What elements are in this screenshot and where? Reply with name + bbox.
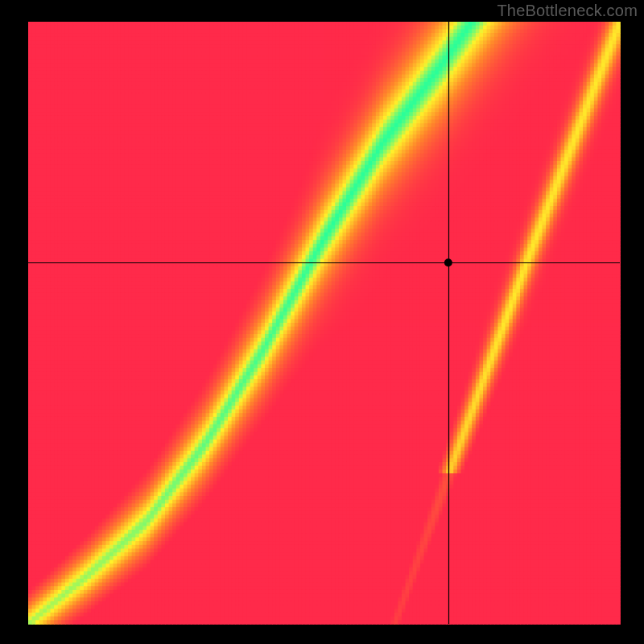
watermark-text: TheBottleneck.com [497, 2, 638, 20]
crosshair-overlay [0, 0, 644, 644]
chart-frame: TheBottleneck.com [0, 0, 644, 644]
